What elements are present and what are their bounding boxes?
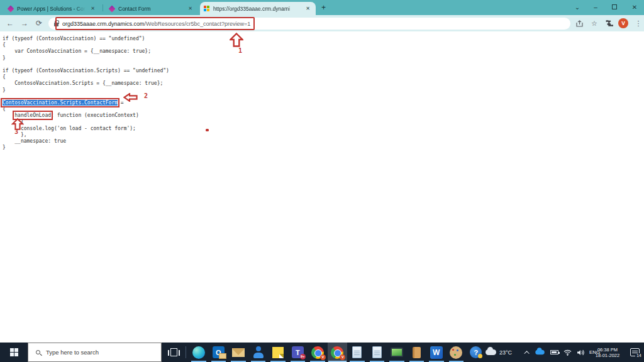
- chrome-icon: V: [331, 346, 343, 359]
- notepad-icon: [352, 346, 362, 358]
- taskbar-app-edge[interactable]: [189, 343, 209, 362]
- annotation-arrow-left-2: [123, 93, 138, 102]
- share-icon[interactable]: [574, 18, 585, 29]
- restore-button[interactable]: [606, 0, 623, 14]
- annotation-label-3: 3: [14, 128, 18, 135]
- code-line: ContosoVaccination.Scripts = {__namespac…: [3, 80, 169, 87]
- wifi-icon[interactable]: [564, 349, 572, 356]
- taskbar-app-outlook[interactable]: O: [209, 343, 229, 362]
- code-line: [3, 62, 169, 68]
- tab-webresource-active[interactable]: https://orgd335aaae.crm.dynami ✕: [200, 2, 316, 15]
- taskbar-app-notepad[interactable]: [347, 343, 367, 362]
- tab-close-icon[interactable]: ✕: [89, 5, 97, 12]
- get-help-icon: ?: [470, 346, 482, 358]
- taskbar-app-teams[interactable]: T9+: [288, 343, 308, 362]
- annotation-box-url: [55, 17, 255, 30]
- edge-icon: [192, 346, 205, 359]
- people-icon: [252, 346, 265, 359]
- code-line: }: [3, 145, 169, 151]
- notification-count-badge: 14: [635, 353, 642, 358]
- tab-close-icon[interactable]: ✕: [304, 5, 312, 12]
- code-line: handleOnLoad: function (executionContext…: [3, 112, 169, 119]
- taskbar-search-input[interactable]: Type here to search: [28, 343, 162, 362]
- tab-title: Power Apps | Solutions - Contac: [17, 6, 86, 12]
- tab-title: https://orgd335aaae.crm.dynami: [213, 6, 301, 12]
- code-line: if (typeof (ContosoVaccination.Scripts) …: [3, 68, 169, 74]
- taskbar-app-folder[interactable]: [407, 343, 427, 362]
- profile-avatar[interactable]: V: [618, 18, 629, 29]
- taskbar-app-get-help[interactable]: ?: [466, 343, 486, 362]
- word-glyph: W: [433, 348, 440, 357]
- battery-icon[interactable]: [550, 350, 558, 354]
- taskbar-app-chrome[interactable]: V: [308, 343, 328, 362]
- restore-icon: [612, 4, 617, 9]
- windows-logo-icon: [10, 348, 18, 356]
- menu-kebab-icon[interactable]: ⋮: [633, 18, 644, 29]
- sticky-notes-icon: [272, 347, 284, 358]
- new-tab-button[interactable]: +: [318, 3, 329, 13]
- taskbar-app-sticky-notes[interactable]: [268, 343, 288, 362]
- bookmark-star-icon[interactable]: ☆: [589, 18, 600, 29]
- weather-widget[interactable]: 23°C: [486, 343, 512, 362]
- code-line: __namespace: true: [3, 138, 169, 145]
- forward-icon[interactable]: →: [19, 18, 30, 29]
- taskbar-clock[interactable]: 06:38 PM 18-01-2022: [590, 343, 625, 362]
- code-line: var ContosoVaccination = {__namespace: t…: [3, 48, 169, 55]
- search-placeholder: Type here to search: [46, 349, 99, 356]
- volume-icon[interactable]: [577, 349, 584, 356]
- weather-cloud-icon: [486, 349, 496, 355]
- start-button[interactable]: [0, 343, 28, 362]
- search-icon: [36, 350, 40, 354]
- chrome-icon: V: [311, 346, 324, 359]
- word-icon: W: [430, 346, 443, 359]
- notepad-icon: [372, 346, 382, 358]
- browser-tab-bar: Power Apps | Solutions - Contac ✕ Contac…: [0, 0, 644, 15]
- get-help-glyph: ?: [474, 349, 478, 356]
- outlook-glyph: O: [216, 349, 221, 356]
- taskbar-app-chrome[interactable]: V: [328, 343, 348, 362]
- notification-center-button[interactable]: 14: [626, 343, 643, 362]
- notification-icon: 14: [630, 348, 640, 356]
- teams-badge: 9+: [300, 354, 306, 359]
- red-dot-marker: [206, 129, 209, 131]
- close-window-button[interactable]: ✕: [626, 0, 643, 14]
- annotation-label-2: 2: [144, 92, 148, 99]
- mail-icon: [232, 348, 245, 357]
- tab-contact-form[interactable]: Contact Form ✕: [105, 2, 198, 15]
- taskbar-separator: [186, 346, 186, 358]
- time-label: 06:38 PM: [597, 347, 618, 353]
- taskbar-app-notepad[interactable]: [367, 343, 387, 362]
- tab-separator: [103, 4, 103, 11]
- task-view-icon: [170, 348, 177, 356]
- tab-search-chevron-icon[interactable]: ⌄: [569, 0, 586, 14]
- annotation-arrow-up-1: [230, 33, 243, 47]
- minimize-button[interactable]: –: [587, 0, 604, 14]
- annotation-label-1: 1: [238, 47, 242, 54]
- taskbar-app-paint[interactable]: [447, 343, 467, 362]
- teams-glyph: T: [296, 349, 300, 356]
- folder-icon: [413, 347, 421, 358]
- onedrive-icon[interactable]: [535, 350, 544, 355]
- power-apps-favicon-icon: [108, 5, 115, 12]
- code-line: {: [3, 74, 169, 80]
- tab-power-apps-solutions[interactable]: Power Apps | Solutions - Contac ✕: [4, 2, 101, 15]
- taskbar-app-remote-desktop[interactable]: [387, 343, 407, 362]
- taskbar-app-word[interactable]: W: [426, 343, 447, 362]
- outlook-icon: O: [213, 346, 225, 358]
- code-line: },: [3, 132, 169, 138]
- code-line: {: [3, 106, 169, 112]
- back-icon[interactable]: ←: [4, 18, 16, 29]
- remote-desktop-icon: [391, 348, 403, 357]
- tab-title: Contact Form: [118, 6, 183, 12]
- task-view-button[interactable]: [163, 343, 184, 362]
- power-apps-favicon-icon: [7, 5, 14, 12]
- taskbar-app-mail[interactable]: [228, 343, 248, 362]
- code-line: console.log('on load - contact form');: [3, 126, 169, 132]
- chrome-badge: V: [340, 354, 345, 360]
- tab-close-icon[interactable]: ✕: [186, 5, 194, 12]
- paint-icon: [450, 346, 462, 359]
- taskbar-app-people[interactable]: [248, 343, 269, 362]
- extensions-puzzle-icon[interactable]: [604, 18, 615, 29]
- reload-icon[interactable]: ⟳: [33, 18, 45, 29]
- temperature-label: 23°C: [499, 349, 512, 356]
